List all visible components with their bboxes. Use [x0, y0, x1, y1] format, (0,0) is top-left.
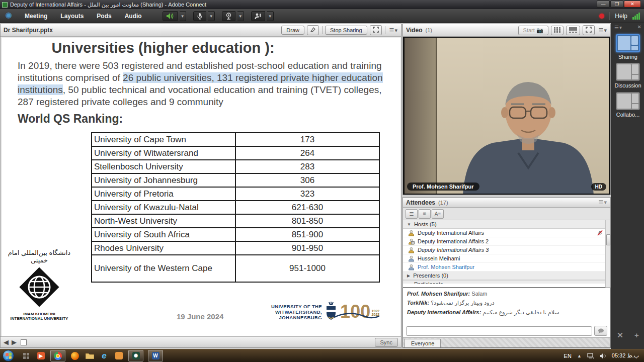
start-webcam-button[interactable]: Start 📷 — [518, 26, 548, 35]
remove-layout-icon[interactable]: ✕ — [617, 331, 623, 340]
section-heading: World QS Ranking: — [18, 112, 123, 126]
mic-button[interactable] — [193, 11, 206, 21]
volume-icon[interactable] — [600, 353, 606, 359]
taskbar-adobe-connect-icon[interactable]: ✺ — [128, 350, 143, 361]
wits-line1: UNIVERSITY OF THE — [271, 304, 322, 309]
chat-tab-everyone[interactable]: Everyone — [405, 339, 441, 347]
participants-group-partial[interactable]: Participants — [403, 280, 610, 284]
attendee-status-view-button[interactable]: A≡ — [432, 209, 444, 219]
host-person-icon — [408, 255, 415, 262]
chat-input[interactable] — [406, 326, 592, 336]
help-menu[interactable]: Help — [615, 13, 627, 20]
connection-signal-icon — [632, 13, 640, 20]
slide-panel-icon[interactable] — [21, 339, 27, 345]
mic-disabled-icon — [597, 230, 603, 236]
network-icon[interactable] — [587, 353, 594, 359]
video-feed: Prof. Mohsen Sharifpur HD — [403, 37, 610, 195]
taskbar-ie-icon[interactable]: e — [99, 351, 109, 361]
sync-button[interactable]: Sync — [375, 338, 398, 347]
attendee-list-view-button[interactable]: ☰ — [406, 209, 418, 219]
table-row: North-West University801-850 — [92, 214, 379, 228]
presenters-group-row[interactable]: ▶ Presenters (0) — [403, 272, 610, 280]
rank-cell: 173 — [235, 133, 379, 146]
attendee-row[interactable]: Deputy International Affairs 3 — [403, 246, 610, 254]
raise-hand-dropdown[interactable]: ▼ — [267, 11, 274, 21]
mic-dropdown[interactable]: ▼ — [208, 11, 215, 21]
taskbar-orange-app-icon[interactable] — [114, 351, 124, 361]
layout-thumb-sharing[interactable] — [616, 34, 640, 52]
speaker-button[interactable] — [163, 11, 178, 21]
menu-layouts[interactable]: Layouts — [54, 9, 90, 23]
attendees-scrollbar[interactable] — [605, 220, 610, 288]
chat-input-row — [403, 324, 610, 337]
fullscreen-icon — [586, 27, 592, 33]
table-row: University of Pretoria323 — [92, 187, 379, 201]
stop-sharing-button[interactable]: Stop Sharing — [325, 26, 367, 35]
add-layout-icon[interactable]: + — [634, 331, 639, 340]
speaker-video-person — [453, 55, 604, 194]
layout-bar-close-icon[interactable]: ✕ — [637, 24, 641, 30]
slide-paragraph: In 2019, there were 503 registered and e… — [18, 60, 397, 108]
taskbar-chrome-icon[interactable] — [50, 350, 65, 361]
attendees-pod-header: Attendees (17) ☰▾ — [403, 198, 610, 208]
microphone-icon — [197, 13, 203, 20]
video-pod-menu-icon[interactable]: ☰▾ — [599, 27, 607, 34]
scrollbar-thumb[interactable] — [606, 234, 610, 245]
app-icon — [2, 2, 8, 8]
menu-meeting[interactable]: Meeting — [18, 9, 54, 23]
language-indicator[interactable]: EN — [564, 353, 572, 359]
clock[interactable]: 05:32 ب.ظ — [612, 352, 639, 359]
screen-share-badge-icon — [411, 241, 415, 244]
layout-thumb-collaboration[interactable] — [616, 92, 640, 110]
video-fullscreen-button[interactable] — [583, 25, 595, 35]
adobe-connect-logo-icon: ✺ — [3, 11, 18, 22]
taskbar-firefox-icon[interactable] — [70, 351, 80, 361]
taskbar-explorer-icon[interactable] — [85, 351, 95, 361]
attendee-row[interactable]: Deputy International Affairs 2 — [403, 237, 610, 246]
start-button[interactable] — [3, 350, 14, 361]
attendee-row[interactable]: Deputy International Affairs — [403, 229, 610, 237]
ikiu-calligraphy: دانشگاه بین‌المللی امام خمینی — [6, 249, 72, 264]
share-pod-menu-icon[interactable]: ☰▾ — [389, 27, 398, 34]
raise-hand-button[interactable] — [251, 11, 265, 21]
attendees-pod-menu-icon[interactable]: ☰▾ — [599, 199, 607, 206]
fullscreen-button[interactable] — [370, 25, 382, 35]
minimize-button[interactable]: — — [597, 1, 610, 8]
tray-expand-icon[interactable]: ▲ — [577, 353, 582, 358]
send-chat-button[interactable] — [594, 326, 607, 336]
ikiu-logo: دانشگاه بین‌المللی امام خمینی IMAM KHOME… — [6, 249, 72, 321]
shared-file-name: Dr Sharifpur.pptx — [4, 27, 53, 34]
taskbar-word-icon[interactable]: W — [148, 350, 163, 361]
video-pod-title: Video — [406, 27, 422, 34]
next-slide-button[interactable]: ▶ — [12, 338, 17, 346]
chat-sender: Prof. Mohsen Sharifpur: — [407, 291, 470, 297]
chat-sender: TorkNik: — [407, 300, 429, 306]
taskbar-media-player-icon[interactable]: ▶ — [36, 351, 46, 361]
taskbar-app-grid-icon[interactable] — [21, 351, 31, 361]
breakout-view-button[interactable]: ⧈ — [419, 209, 431, 219]
attendee-row[interactable]: Hussein Meihami — [403, 254, 610, 263]
fullscreen-icon — [373, 27, 379, 33]
maximize-button[interactable]: ❐ — [610, 1, 623, 8]
table-row: University of Kwazulu-Natal621-630 — [92, 201, 379, 214]
layout-thumb-discussion[interactable] — [616, 63, 640, 81]
layout-bar-menu-icon[interactable]: ☰▾ — [614, 25, 622, 30]
attendee-name: Hussein Meihami — [418, 255, 460, 261]
hosts-group-row[interactable]: ▼ Hosts (5) — [403, 220, 610, 229]
slide-date: 19 June 2024 — [177, 312, 223, 321]
speaker-dropdown[interactable]: ▼ — [180, 11, 186, 21]
attendee-row[interactable]: Prof. Mohsen Sharifpur — [403, 263, 610, 272]
attendee-name: Deputy International Affairs 3 — [418, 247, 489, 253]
chat-sender: Deputy International Affairs: — [407, 309, 481, 315]
webcam-dropdown[interactable]: ▼ — [237, 11, 244, 21]
close-button[interactable]: ✕ — [624, 1, 641, 8]
filmstrip-view-button[interactable] — [566, 26, 580, 35]
draw-button[interactable]: Draw — [281, 26, 304, 35]
menu-pods[interactable]: Pods — [90, 9, 118, 23]
grid-view-button[interactable] — [551, 26, 564, 35]
previous-slide-button[interactable]: ◀ — [4, 338, 9, 346]
webcam-button[interactable] — [222, 11, 235, 21]
menu-audio[interactable]: Audio — [118, 9, 148, 23]
chat-message: Deputy International Affairs: سلام تا دق… — [407, 309, 606, 316]
pointer-tool-button[interactable] — [307, 25, 319, 35]
